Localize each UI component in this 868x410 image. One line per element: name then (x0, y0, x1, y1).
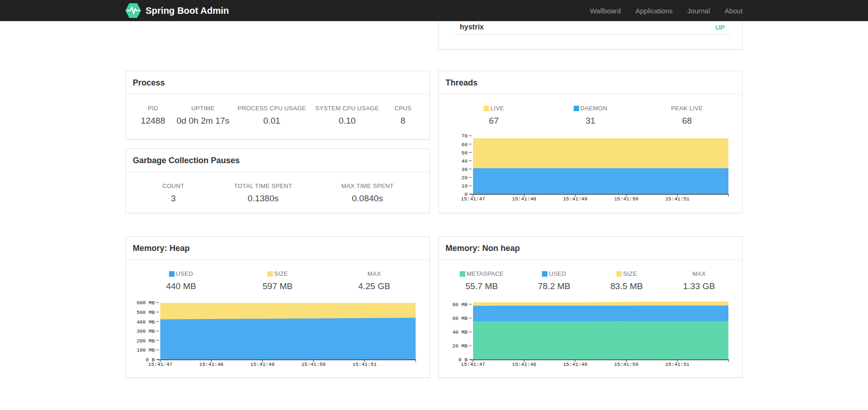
svg-text:15:41:48: 15:41:48 (199, 362, 224, 367)
metric-value: 4.25 GB (326, 281, 423, 291)
metric-max-time-spent: MAX TIME SPENT0.0840s (312, 182, 423, 204)
svg-text:40: 40 (462, 159, 468, 164)
process-metrics: PID12488UPTIME0d 0h 2m 17sPROCESS CPU US… (126, 105, 429, 126)
metric-system-cpu-usage: SYSTEM CPU USAGE0.10 (311, 105, 383, 126)
metric-value: 0.0840s (312, 194, 423, 204)
metric-value: 0.1380s (214, 194, 313, 204)
metric-peak-live: PEAK LIVE68 (639, 105, 735, 126)
metric-size: SIZE597 MB (229, 270, 326, 291)
metric-value: 83.5 MB (591, 281, 663, 291)
metric-used: USED78.2 MB (518, 270, 591, 291)
nav-link-about[interactable]: About (725, 7, 743, 15)
heap-legend: USED440 MBSIZE597 MBMAX4.25 GB (126, 270, 429, 291)
metric-pid: PID12488 (133, 105, 173, 126)
heap-chart: 0 B100 MB200 MB300 MB400 MB500 MB600 MB1… (133, 295, 423, 369)
svg-text:70: 70 (462, 133, 468, 139)
svg-text:15:41:51: 15:41:51 (352, 362, 377, 367)
svg-text:100 MB: 100 MB (136, 347, 155, 353)
svg-text:60: 60 (462, 142, 468, 148)
metric-value: 440 MB (133, 281, 229, 291)
metric-value: 597 MB (229, 281, 326, 291)
main-content: Process PID12488UPTIME0d 0h 2m 17sPROCES… (125, 21, 743, 378)
svg-text:15:41:48: 15:41:48 (512, 196, 536, 202)
threads-chart: 01020304050607015:41:4715:41:4815:41:491… (445, 130, 735, 203)
panel-process: Process PID12488UPTIME0d 0h 2m 17sPROCES… (125, 71, 430, 140)
metric-max: MAX1.33 GB (663, 270, 735, 291)
svg-text:15:41:50: 15:41:50 (614, 196, 638, 202)
metric-label: PEAK LIVE (639, 105, 735, 112)
metric-label: TOTAL TIME SPENT (214, 182, 313, 189)
nav-link-applications[interactable]: Applications (636, 7, 673, 15)
svg-text:300 MB: 300 MB (136, 329, 155, 334)
metric-label: SIZE (229, 270, 326, 277)
brand-title: Spring Boot Admin (146, 6, 229, 16)
nonheap-chart: 0 B20 MB40 MB60 MB80 MB15:41:4715:41:481… (445, 295, 735, 369)
svg-text:20 MB: 20 MB (452, 343, 468, 349)
svg-text:30: 30 (462, 167, 468, 172)
metric-value: 78.2 MB (518, 281, 591, 291)
svg-text:60 MB: 60 MB (452, 316, 468, 321)
metric-label: LIVE (445, 105, 542, 112)
svg-text:10: 10 (462, 183, 468, 189)
metric-total-time-spent: TOTAL TIME SPENT0.1380s (214, 182, 313, 204)
metric-label: USED (518, 270, 591, 277)
panel-nonheap-title: Memory: Non heap (439, 237, 742, 260)
metric-size: SIZE83.5 MB (591, 270, 663, 291)
svg-text:40 MB: 40 MB (452, 330, 468, 335)
panel-memory-heap: Memory: Heap USED440 MBSIZE597 MBMAX4.25… (125, 236, 430, 378)
metric-value: 31 (542, 116, 638, 126)
metric-label: SYSTEM CPU USAGE (311, 105, 383, 112)
application-name: hystrix (454, 23, 484, 31)
panel-gc-title: Garbage Collection Pauses (126, 149, 429, 172)
metric-value: 0.01 (233, 116, 311, 126)
panel-threads: Threads LIVE67DAEMON31PEAK LIVE68 010203… (438, 71, 743, 213)
svg-text:15:41:51: 15:41:51 (665, 196, 689, 202)
svg-text:15:41:50: 15:41:50 (614, 362, 638, 367)
navbar-inner: Spring Boot Admin WallboardApplicationsJ… (125, 0, 743, 21)
right-column: hystrix UP Threads LIVE67DAEMON31PEAK LI… (438, 21, 743, 378)
svg-text:15:41:47: 15:41:47 (461, 196, 485, 202)
metric-process-cpu-usage: PROCESS CPU USAGE0.01 (233, 105, 311, 126)
metric-label: UPTIME (173, 105, 232, 112)
metric-value: 12488 (133, 116, 173, 126)
metric-label: PROCESS CPU USAGE (233, 105, 311, 112)
svg-text:15:41:51: 15:41:51 (665, 362, 689, 367)
svg-text:15:41:49: 15:41:49 (563, 362, 587, 367)
metric-label: CPUS (383, 105, 423, 112)
gc-metrics: COUNT3TOTAL TIME SPENT0.1380sMAX TIME SP… (126, 182, 429, 204)
svg-text:50: 50 (462, 150, 468, 156)
metric-label: PID (133, 105, 173, 112)
svg-text:15:41:49: 15:41:49 (563, 196, 587, 202)
legend-swatch (616, 271, 622, 277)
svg-text:80 MB: 80 MB (452, 302, 468, 308)
metric-used: USED440 MB (133, 270, 229, 291)
svg-text:200 MB: 200 MB (136, 338, 155, 344)
brand-logo-icon (125, 3, 141, 18)
left-column: Process PID12488UPTIME0d 0h 2m 17sPROCES… (125, 21, 430, 378)
metric-value: 55.7 MB (445, 281, 518, 291)
svg-text:15:41:47: 15:41:47 (148, 362, 173, 367)
metric-value: 68 (639, 116, 735, 126)
metric-cpus: CPUS8 (383, 105, 423, 126)
metric-label: USED (133, 270, 229, 277)
metric-value: 67 (445, 116, 542, 126)
threads-legend: LIVE67DAEMON31PEAK LIVE68 (439, 105, 742, 126)
metric-metaspace: METASPACE55.7 MB (445, 270, 518, 291)
panel-threads-title: Threads (439, 71, 742, 94)
metric-label: MAX (326, 270, 423, 277)
brand[interactable]: Spring Boot Admin (125, 3, 229, 18)
legend-swatch (460, 271, 465, 277)
metric-value: 8 (383, 116, 423, 126)
svg-text:400 MB: 400 MB (136, 319, 155, 325)
metric-daemon: DAEMON31 (542, 105, 638, 126)
nav-link-journal[interactable]: Journal (688, 7, 710, 15)
navbar: Spring Boot Admin WallboardApplicationsJ… (0, 0, 868, 21)
metric-label: SIZE (591, 270, 663, 277)
panel-process-title: Process (126, 71, 429, 94)
panel-gc-pauses: Garbage Collection Pauses COUNT3TOTAL TI… (125, 148, 430, 213)
svg-text:15:41:47: 15:41:47 (461, 362, 485, 367)
metric-value: 0d 0h 2m 17s (173, 116, 232, 126)
legend-swatch (169, 271, 175, 277)
nav-link-wallboard[interactable]: Wallboard (590, 7, 621, 15)
navbar-links: WallboardApplicationsJournalAbout (575, 7, 743, 15)
